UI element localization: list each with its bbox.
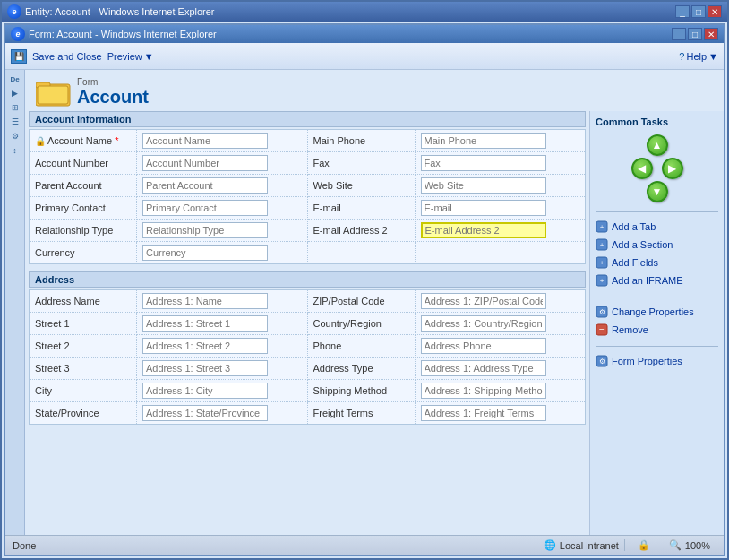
svg-text:+: +	[600, 277, 605, 285]
zoom-icon: 🔍	[669, 539, 682, 551]
field-input-left-0-2[interactable]	[142, 177, 268, 194]
field-input-right-1-2[interactable]	[421, 338, 546, 354]
field-input-right-1-5[interactable]	[421, 405, 546, 421]
field-input-left-1-2[interactable]	[142, 338, 268, 354]
field-input-left-1-4[interactable]	[142, 383, 268, 399]
section-account_information: Account Information🔒Account Name *Main P…	[29, 111, 586, 264]
table-row: Street 1Country/Region	[30, 313, 586, 335]
field-cell-right-1-3	[415, 358, 586, 380]
field-label-right-0-2: Web Site	[307, 175, 415, 197]
common-tasks-header: Common Tasks	[596, 116, 718, 127]
field-label-left-1-4: City	[30, 380, 137, 402]
field-label-right-0-4: E-mail Address 2	[307, 220, 415, 242]
field-input-right-0-4[interactable]	[421, 222, 546, 238]
task-item-change_props[interactable]: ⚙Change Properties	[596, 303, 718, 321]
field-label-left-0-5: Currency	[30, 242, 137, 264]
sidebar-icon-de[interactable]: De	[8, 73, 21, 85]
field-input-left-0-1[interactable]	[142, 155, 268, 171]
form-label: Form	[77, 77, 149, 87]
task-item-add_section[interactable]: +Add a Section	[596, 236, 718, 254]
inner-close-button[interactable]: ✕	[704, 28, 718, 40]
task-item-add_tab[interactable]: +Add a Tab	[596, 218, 718, 236]
field-cell-left-1-3	[137, 358, 308, 380]
form-header: Form Account	[25, 70, 724, 111]
outer-maximize-button[interactable]: □	[691, 5, 706, 18]
sidebar-icon-settings[interactable]: ⚙	[10, 130, 21, 142]
field-input-left-1-1[interactable]	[142, 315, 268, 332]
table-row: Primary ContactE-mail	[30, 197, 586, 220]
field-cell-right-0-4	[415, 220, 586, 242]
field-input-left-0-4[interactable]	[142, 222, 268, 238]
table-row: Street 3Address Type	[30, 358, 586, 380]
svg-rect-2	[38, 86, 68, 104]
table-row: State/ProvinceFreight Terms	[30, 402, 586, 425]
form-scrollable[interactable]: Account Information🔒Account Name *Main P…	[25, 111, 589, 535]
outer-ie-window: e Entity: Account - Windows Internet Exp…	[0, 0, 729, 560]
field-cell-right-1-2	[415, 335, 586, 358]
nav-left-button[interactable]: ◀	[631, 158, 653, 179]
task-icon-add_iframe: +	[596, 274, 608, 287]
task-label-add_fields: Add Fields	[612, 257, 658, 268]
outer-minimize-button[interactable]: _	[675, 5, 690, 18]
sidebar-icon-arrow[interactable]: ▶	[10, 87, 20, 99]
section-header-address: Address	[29, 271, 586, 288]
task-item-add_iframe[interactable]: +Add an IFRAME	[596, 271, 718, 289]
status-bar: Done 🌐 Local intranet 🔒 🔍 100%	[5, 535, 724, 555]
save-close-button[interactable]: Save and Close	[32, 51, 102, 62]
nav-row-middle: ◀ ▶	[631, 158, 683, 179]
field-input-right-1-3[interactable]	[421, 360, 546, 376]
nav-down-button[interactable]: ▼	[647, 181, 668, 202]
nav-up-button[interactable]: ▲	[647, 134, 668, 156]
field-label-left-1-3: Street 3	[30, 358, 137, 380]
field-input-right-1-0[interactable]	[421, 293, 546, 309]
field-input-right-0-2[interactable]	[421, 177, 546, 194]
form-body-container: Account Information🔒Account Name *Main P…	[25, 111, 724, 535]
inner-minimize-button[interactable]: _	[672, 28, 686, 40]
nav-row-top: ▲	[647, 134, 668, 156]
lock-status-icon: 🔒	[638, 539, 650, 551]
field-input-right-1-4[interactable]	[421, 383, 546, 399]
status-security: 🔒	[632, 539, 656, 551]
task-label-form_props: Form Properties	[612, 356, 682, 366]
field-input-left-1-3[interactable]	[142, 360, 268, 376]
toolbar: 💾 Save and Close Preview ▼ ? Help ▼	[5, 43, 724, 70]
nav-right-button[interactable]: ▶	[662, 158, 683, 179]
task-icon-remove: −	[596, 323, 608, 336]
field-input-left-0-5[interactable]	[142, 245, 268, 261]
task-item-add_fields[interactable]: +Add Fields	[596, 254, 718, 271]
task-label-add_iframe: Add an IFRAME	[612, 275, 682, 286]
sidebar-icon-grid[interactable]: ⊞	[10, 101, 21, 114]
preview-button[interactable]: Preview ▼	[107, 51, 154, 62]
field-input-right-0-0[interactable]	[421, 133, 546, 149]
nav-row-bottom: ▼	[647, 181, 668, 202]
inner-maximize-button[interactable]: □	[688, 28, 702, 40]
status-intranet: 🌐 Local intranet	[538, 539, 625, 551]
task-icon-form_props: ⚙	[596, 355, 608, 367]
help-button[interactable]: ? Help ▼	[679, 51, 718, 62]
field-cell-right-1-1	[415, 313, 586, 335]
main-content: De ▶ ⊞ ☰ ⚙ ↕	[5, 70, 724, 535]
field-input-left-0-0[interactable]	[142, 133, 268, 149]
field-input-left-1-5[interactable]	[142, 405, 268, 421]
task-group-2: ⚙Form Properties	[596, 346, 718, 370]
task-group-0: +Add a Tab+Add a Section+Add Fields+Add …	[596, 211, 718, 289]
field-input-right-0-1[interactable]	[421, 155, 546, 171]
sidebar-icon-list[interactable]: ☰	[10, 116, 21, 128]
field-input-left-0-3[interactable]	[142, 200, 268, 216]
status-done: Done	[13, 540, 36, 551]
table-row: Address NameZIP/Postal Code	[30, 290, 586, 313]
field-cell-right-0-1	[415, 152, 586, 175]
field-cell-left-0-1	[137, 152, 308, 175]
nav-arrows: ▲ ◀ ▶ ▼	[596, 134, 718, 202]
task-item-form_props[interactable]: ⚙Form Properties	[596, 352, 718, 370]
outer-close-button[interactable]: ✕	[708, 5, 722, 18]
field-label-left-0-4: Relationship Type	[30, 220, 137, 242]
svg-text:+: +	[600, 241, 605, 249]
field-cell-left-0-4	[137, 220, 308, 242]
sidebar-icon-resize[interactable]: ↕	[11, 144, 19, 157]
task-item-remove[interactable]: −Remove	[596, 321, 718, 339]
field-input-right-0-3[interactable]	[421, 200, 546, 216]
required-star: *	[112, 135, 118, 146]
field-input-left-1-0[interactable]	[142, 293, 268, 309]
field-input-right-1-1[interactable]	[421, 315, 546, 332]
